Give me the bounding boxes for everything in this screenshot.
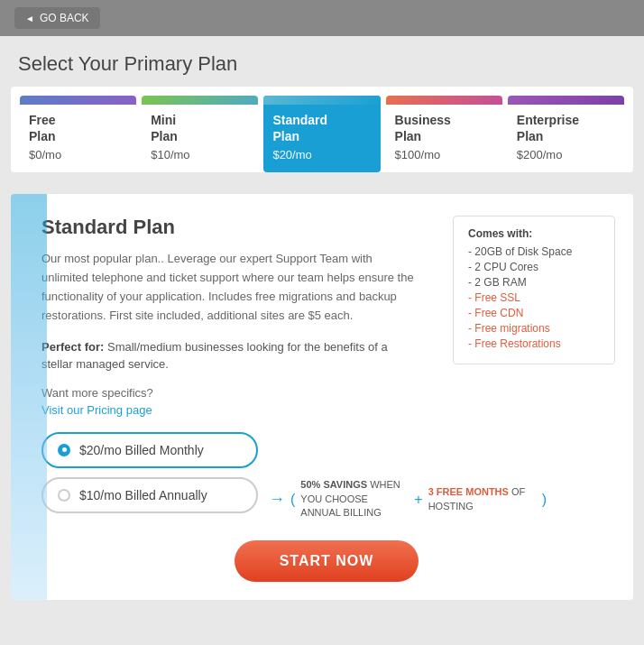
plan-card-free[interactable]: FreePlan$0/mo [20,96,136,172]
plan-price-free: $0/mo [29,148,127,161]
plan-name-mini: MiniPlan [151,112,249,144]
savings-text: 50% SAVINGS WHEN YOU CHOOSE ANNUAL BILLI… [300,478,409,520]
page-title: Select Your Primary Plan [0,36,644,87]
billing-annual-row: $10/mo Billed Annually → ( 50% SAVINGS W… [41,477,612,522]
plan-price-enterprise: $200/mo [517,148,615,161]
plan-body-enterprise: EnterprisePlan$200/mo [508,105,624,172]
plans-container: FreePlan$0/moMiniPlan$10/moStandardPlan$… [11,87,633,172]
plan-header-free [20,96,136,105]
radio-monthly [58,444,70,456]
radio-annual [58,489,70,502]
plan-price-mini: $10/mo [151,148,249,161]
plan-body-standard: StandardPlan$20/mo [263,105,380,172]
billing-monthly-label: $20/mo Billed Monthly [79,443,204,457]
start-now-button[interactable]: START NOW [235,540,419,582]
plan-card-standard[interactable]: StandardPlan$20/mo [263,96,380,172]
plan-header-enterprise [508,96,624,105]
bracket-right: ) [542,492,547,508]
plan-body-business: BusinessPlan$100/mo [386,105,502,172]
comes-with-item-5: - Free migrations [468,322,600,335]
billing-monthly[interactable]: $20/mo Billed Monthly [41,432,258,468]
plan-header-business [386,96,502,105]
top-bar: GO BACK [0,0,644,36]
plan-header-mini [142,96,258,105]
plan-name-free: FreePlan [29,112,127,144]
comes-with-item-1: - 2 CPU Cores [468,261,600,273]
comes-with-item-3: - Free SSL [468,291,600,304]
free-months-text: 3 FREE MONTHS OF HOSTING [428,485,537,513]
comes-with-item-2: - 2 GB RAM [468,276,600,289]
plan-name-standard: StandardPlan [272,112,371,144]
plan-card-mini[interactable]: MiniPlan$10/mo [142,96,258,172]
plan-price-standard: $20/mo [272,148,371,161]
plan-card-business[interactable]: BusinessPlan$100/mo [386,96,502,172]
perfect-for-label: Perfect for: [41,340,104,354]
comes-with-item-0: - 20GB of Disk Space [468,245,600,258]
plan-body-free: FreePlan$0/mo [20,105,136,172]
comes-with-box: Comes with: - 20GB of Disk Space- 2 CPU … [453,216,615,364]
plan-card-enterprise[interactable]: EnterprisePlan$200/mo [508,96,624,172]
savings-badge: → ( 50% SAVINGS WHEN YOU CHOOSE ANNUAL B… [269,478,547,520]
detail-perfect: Perfect for: Small/medium businesses loo… [41,338,420,373]
comes-with-item-4: - Free CDN [468,307,600,319]
want-more-text: Want more specifics? [41,386,612,400]
pricing-link[interactable]: Visit our Pricing page [41,403,152,417]
billing-annual[interactable]: $10/mo Billed Annually [41,477,258,513]
plan-header-standard [263,96,380,105]
billing-annual-label: $10/mo Billed Annually [79,488,207,502]
plan-body-mini: MiniPlan$10/mo [142,105,258,172]
plus-sign: + [414,492,422,508]
plan-name-business: BusinessPlan [395,112,493,144]
plan-price-business: $100/mo [395,148,493,161]
bracket-left: ( [290,492,295,508]
comes-with-item-6: - Free Restorations [468,337,600,350]
plan-name-enterprise: EnterprisePlan [517,112,615,144]
detail-description: Our most popular plan.. Leverage our exp… [41,250,420,325]
billing-options: $20/mo Billed Monthly $10/mo Billed Annu… [41,432,612,522]
free-months: 3 FREE MONTHS [428,486,509,497]
start-now-container: START NOW [41,540,612,582]
arrow-icon: → [269,490,285,509]
go-back-button[interactable]: GO BACK [14,7,100,29]
detail-section: Standard Plan Our most popular plan.. Le… [11,194,633,599]
savings-percent: 50% SAVINGS [300,479,367,490]
comes-with-title: Comes with: [468,227,600,240]
